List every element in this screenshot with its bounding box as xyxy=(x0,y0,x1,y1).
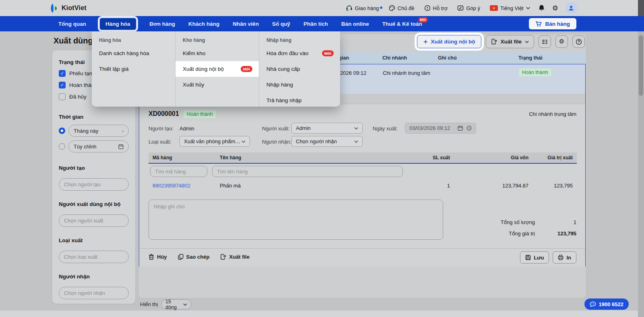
export-type-filter-input[interactable] xyxy=(59,251,129,263)
total-value-label: Tổng giá trị xyxy=(452,231,535,237)
exporter-filter-input[interactable] xyxy=(59,214,129,227)
new-badge: Mới xyxy=(322,50,334,56)
total-qty-label: Tổng số lượng xyxy=(452,219,535,225)
main-navbar: Tổng quan Hàng hóa Đơn hàng Khách hàng N… xyxy=(0,16,644,31)
brand-logo[interactable]: KiotViet xyxy=(49,0,87,16)
menu-item-hoa-don-dau-vao[interactable]: Hóa đơn đầu vào Mới xyxy=(259,45,340,61)
columns-icon xyxy=(542,39,548,44)
nav-ban-online[interactable]: Bán online xyxy=(341,21,369,27)
scrollbar-thumb[interactable] xyxy=(639,35,643,96)
menu-item-thiet-lap-gia[interactable]: Thiết lập giá xyxy=(92,61,175,77)
print-button[interactable]: In xyxy=(553,251,576,263)
sell-button[interactable]: Bán hàng xyxy=(529,18,576,29)
cart-icon xyxy=(535,21,542,27)
settings-button[interactable]: ⚙ xyxy=(555,35,568,48)
nav-don-hang[interactable]: Đơn hàng xyxy=(150,21,175,27)
total-value-row: Tổng giá trị 123,795 xyxy=(452,231,576,237)
checkbox-checked-icon[interactable]: ✓ xyxy=(59,82,66,89)
record-code: XD000001 xyxy=(149,110,179,117)
page-size-select[interactable]: 15 dòng xyxy=(161,299,192,309)
exporter-label: Người xuất: xyxy=(262,126,290,132)
menu-item-danh-sach-hang-hoa[interactable]: Danh sách hàng hóa xyxy=(92,45,175,61)
receiver-filter-input[interactable] xyxy=(59,287,129,299)
hotline-button[interactable]: 1900 6522 xyxy=(584,298,629,310)
radio-unselected-icon[interactable] xyxy=(59,143,65,150)
item-value: 123,795 xyxy=(533,183,577,189)
menu-item-xuat-huy[interactable]: Xuất hủy xyxy=(175,77,259,93)
topbar-icon-group: ⚙ xyxy=(538,2,577,14)
copy-label: Sao chép xyxy=(186,254,210,260)
kiotviet-logo-icon xyxy=(49,3,59,14)
support-label: Hỗ trợ xyxy=(433,5,448,11)
page-toolbar: + Xuất dùng nội bộ Xuất file xyxy=(417,35,585,48)
receiver-label: Người nhận: xyxy=(262,139,291,145)
clock-icon[interactable] xyxy=(466,126,472,131)
creator-filter-input[interactable] xyxy=(59,178,129,191)
plus-icon: + xyxy=(423,38,427,46)
receiver-select[interactable]: Chọn người nhận xyxy=(291,136,363,147)
nav-khach-hang[interactable]: Khách hàng xyxy=(188,21,219,27)
col-trang-thai[interactable]: Trạng thái xyxy=(518,55,543,61)
gear-icon[interactable]: ⚙ xyxy=(552,5,558,12)
calendar-icon[interactable] xyxy=(458,126,463,131)
menu-column-hang-hoa: Hàng hóa Danh sách hàng hóa Thiết lập gi… xyxy=(92,31,175,107)
bell-icon[interactable] xyxy=(538,4,545,12)
nav-thue-ke-toan[interactable]: Thuế & Kế toán Mới xyxy=(382,21,422,27)
help-button[interactable] xyxy=(572,35,585,48)
user-avatar[interactable] xyxy=(566,2,577,14)
menu-item-label: Xuất hủy xyxy=(183,82,204,88)
nav-tong-quan[interactable]: Tổng quan xyxy=(58,21,86,27)
menu-item-nhap-hang[interactable]: Nhập hàng xyxy=(259,77,340,93)
delivery-menu-item[interactable]: Giao hàng xyxy=(346,5,379,11)
item-code-link[interactable]: 6902395974802 xyxy=(149,183,216,189)
cancel-button[interactable]: Hủy xyxy=(149,254,167,260)
note-textarea[interactable] xyxy=(149,200,443,240)
record-status: Hoàn thành xyxy=(519,68,551,76)
exporter-select[interactable]: Admin xyxy=(291,123,363,134)
item-cost: 123,794.87 xyxy=(454,183,533,189)
scrollbar-track[interactable] xyxy=(638,31,644,317)
nav-thue-ke-toan-label: Thuế & Kế toán xyxy=(382,21,422,27)
support-menu-item[interactable]: Hỗ trợ xyxy=(424,5,448,11)
time-this-month-select[interactable]: Tháng này › xyxy=(68,125,129,137)
menu-item-label: Hóa đơn đầu vào xyxy=(266,50,308,56)
search-code-input[interactable] xyxy=(150,166,207,177)
time-custom-label: Tùy chỉnh xyxy=(74,144,96,150)
nav-phan-tich[interactable]: Phân tích xyxy=(303,21,328,27)
bottom-strip xyxy=(0,311,644,317)
radio-selected-icon[interactable] xyxy=(59,128,65,134)
export-icon xyxy=(491,39,497,45)
column-settings-button[interactable] xyxy=(539,35,551,48)
exporter-filter-title: Người xuất dùng nội bộ xyxy=(59,201,129,207)
checkbox-checked-icon[interactable]: ✓ xyxy=(59,70,66,77)
col-ghi-chu[interactable]: Ghi chú xyxy=(438,55,457,61)
language-selector[interactable]: ★ Tiếng Việt xyxy=(490,5,530,11)
total-qty-row: Tổng số lượng 1 xyxy=(452,219,576,225)
menu-item-tra-hang-nhap[interactable]: Trả hàng nhập xyxy=(259,93,340,108)
export-file-button[interactable]: Xuất file xyxy=(486,35,534,48)
export-type-select[interactable]: Xuất văn phòng phẩm, dụng cụ... xyxy=(180,136,250,147)
col-chi-nhanh[interactable]: Chi nhánh xyxy=(382,55,407,61)
creator-value: Admin xyxy=(180,126,194,132)
nav-hang-hoa[interactable]: Hàng hóa xyxy=(99,18,136,30)
trash-icon xyxy=(149,254,154,260)
detail-actions-left: Hủy Sao chép xyxy=(149,254,250,260)
export-file-action[interactable]: Xuất file xyxy=(220,254,250,260)
nav-so-quy[interactable]: Sổ quỹ xyxy=(272,21,290,27)
col-sl-xuat: SL xuất xyxy=(410,155,454,161)
time-custom-select[interactable]: Tùy chỉnh xyxy=(68,140,129,152)
theme-menu-item[interactable]: Chủ đề xyxy=(389,5,415,11)
menu-item-kiem-kho[interactable]: Kiểm kho xyxy=(175,45,259,61)
checkbox-unchecked-icon[interactable] xyxy=(59,93,66,100)
window-corner xyxy=(638,0,644,16)
menu-item-nha-cung-cap[interactable]: Nhà cung cấp xyxy=(259,61,340,77)
headset-icon xyxy=(346,5,353,11)
feedback-menu-item[interactable]: Góp ý xyxy=(457,5,480,11)
menu-header-nhap-hang: Nhập hàng xyxy=(259,35,340,45)
new-internal-use-button[interactable]: + Xuất dùng nội bộ xyxy=(417,35,481,48)
search-name-input[interactable] xyxy=(212,166,403,177)
nav-nhan-vien[interactable]: Nhân viên xyxy=(233,21,259,27)
menu-item-xuat-dung-noi-bo[interactable]: Xuất dùng nội bộ Mới xyxy=(175,61,259,77)
copy-button[interactable]: Sao chép xyxy=(178,254,210,260)
save-button[interactable]: Lưu xyxy=(520,251,549,263)
